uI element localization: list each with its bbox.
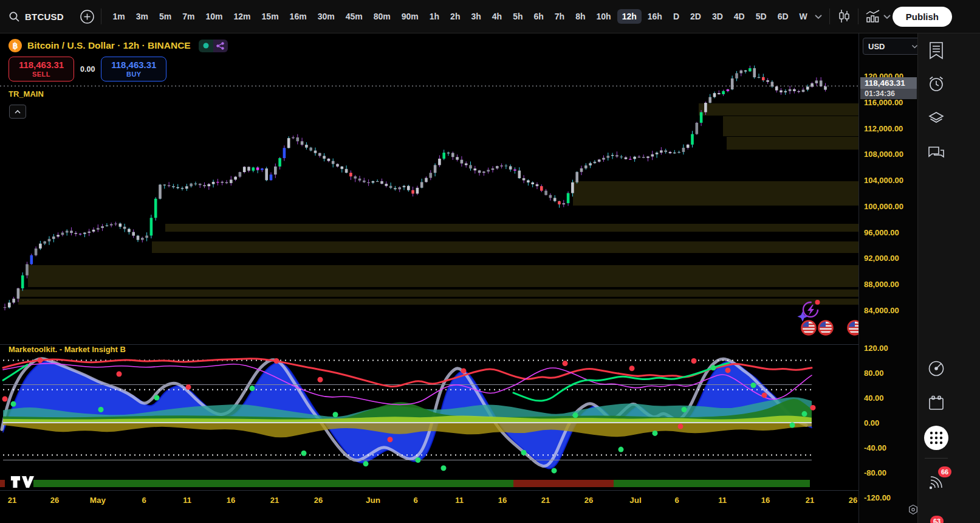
secondary-count-badge[interactable]: 63	[930, 516, 944, 523]
sell-signal-dot	[388, 437, 393, 442]
timeframe-16m[interactable]: 16m	[285, 9, 312, 24]
timeframe-45m[interactable]: 45m	[341, 9, 368, 24]
buy-signal-dot	[250, 386, 255, 391]
watchlist-icon[interactable]	[928, 41, 945, 62]
supply-demand-zone	[727, 137, 858, 150]
price-label: 108,000.00	[864, 150, 903, 159]
symbol-name: BTCUSD	[25, 12, 64, 22]
buy-button[interactable]: 118,463.31 BUY	[101, 57, 166, 81]
buy-label: BUY	[101, 71, 166, 78]
alert-clock-icon[interactable]	[927, 75, 945, 95]
flag-event-icon[interactable]	[848, 321, 858, 335]
flag-event-icon[interactable]	[818, 321, 833, 335]
time-label: May	[90, 496, 106, 505]
layout-chevron-down-icon[interactable]	[882, 14, 893, 19]
share-icon[interactable]	[213, 40, 228, 52]
timeframe-7h[interactable]: 7h	[550, 9, 569, 24]
oscillator-title[interactable]: Marketoolkit. - Market Insight B	[9, 345, 126, 354]
time-label: 21	[270, 496, 279, 505]
timeframe-5D[interactable]: 5D	[751, 9, 772, 24]
supply-demand-zone	[18, 299, 858, 305]
main-indicator-label[interactable]: TR_MAIN	[9, 89, 44, 99]
trade-buttons-row: 118,463.31 SELL 0.00 118,463.31 BUY	[9, 57, 166, 81]
timeframe-W[interactable]: W	[795, 9, 812, 24]
timeframe-90m[interactable]: 90m	[397, 9, 423, 24]
timeframe-4h[interactable]: 4h	[487, 9, 507, 24]
sell-button[interactable]: 118,463.31 SELL	[9, 57, 74, 81]
timeframe-10h[interactable]: 10h	[592, 9, 616, 24]
buy-signal-dot	[573, 412, 578, 418]
supply-demand-zone	[18, 289, 858, 297]
collapse-pane-button[interactable]	[9, 105, 26, 119]
sell-signal-dot	[810, 405, 816, 410]
chat-icon[interactable]	[927, 144, 946, 164]
supply-demand-zone	[699, 103, 858, 116]
last-price-value: 118,463.31	[860, 77, 917, 89]
buy-signal-dot	[682, 407, 687, 412]
price-label: 88,000.00	[864, 280, 899, 289]
toolbar-divider	[101, 9, 101, 24]
timeframe-12m[interactable]: 12m	[229, 9, 256, 24]
buy-signal-dot	[653, 431, 658, 436]
price-axis[interactable]: USD 120,000.00116,000.00112,000.00108,00…	[858, 33, 919, 523]
currency-dropdown[interactable]: USD	[863, 38, 923, 55]
timeframe-12h[interactable]: 12h	[617, 9, 642, 24]
publish-button[interactable]: Publish	[893, 7, 952, 27]
supply-demand-zone	[152, 241, 858, 253]
apps-grid-menu-icon[interactable]	[923, 425, 949, 453]
timeframe-2D[interactable]: 2D	[685, 9, 706, 24]
symbol-search-button[interactable]: BTCUSD	[9, 11, 64, 23]
time-label: 6	[413, 496, 417, 505]
time-label: 26	[849, 496, 857, 505]
calendar-icon[interactable]	[927, 395, 945, 414]
timeframe-80m[interactable]: 80m	[369, 9, 396, 24]
oscillator-scale-label: 0.00	[864, 418, 879, 428]
price-label: 96,000.00	[864, 227, 899, 237]
timeframe-2h[interactable]: 2h	[445, 9, 465, 24]
timeframe-10m[interactable]: 10m	[201, 9, 228, 24]
timeframe-3D[interactable]: 3D	[707, 9, 728, 24]
candle-style-icon[interactable]	[836, 9, 852, 24]
supply-demand-zone	[723, 116, 858, 136]
timeframe-6h[interactable]: 6h	[529, 9, 548, 24]
price-label: 100,000.00	[864, 201, 903, 210]
status-dot-toggle[interactable]	[199, 40, 213, 52]
timeframe-chevron-down-icon[interactable]	[813, 14, 824, 19]
time-label: 21	[806, 496, 814, 505]
timeframe-7m[interactable]: 7m	[177, 9, 199, 24]
timeframe-1h[interactable]: 1h	[425, 9, 444, 24]
notification-count-badge[interactable]: 66	[938, 466, 951, 477]
timeframe-6D[interactable]: 6D	[773, 9, 793, 24]
timeframe-3m[interactable]: 3m	[131, 9, 153, 24]
timeframe-4D[interactable]: 4D	[729, 9, 750, 24]
timeframe-5m[interactable]: 5m	[154, 9, 176, 24]
buy-signal-dot	[802, 411, 807, 417]
compare-add-icon[interactable]	[80, 9, 95, 24]
buy-signal-dot	[11, 401, 16, 407]
time-label: 11	[183, 496, 191, 505]
hotlist-radar-icon[interactable]	[927, 359, 946, 381]
timeframe-16h[interactable]: 16h	[643, 9, 667, 24]
timeframe-1m[interactable]: 1m	[108, 9, 130, 24]
sell-signal-dot	[461, 368, 467, 373]
timeframe-D[interactable]: D	[668, 9, 684, 24]
time-axis[interactable]: 2126May611162126Jun611162126Jul611162126	[0, 490, 858, 523]
flag-event-icon[interactable]	[801, 321, 816, 335]
time-label: 26	[314, 496, 323, 505]
buy-signal-dot	[751, 383, 756, 388]
buy-signal-dot	[154, 395, 160, 401]
indicators-chart-icon[interactable]	[865, 9, 882, 24]
timeframe-8h[interactable]: 8h	[571, 9, 590, 24]
trend-strip-segment	[513, 480, 614, 487]
sell-signal-dot	[38, 358, 43, 363]
object-tree-layers-icon[interactable]	[927, 110, 946, 130]
oscillator-scale-label: -80.00	[864, 468, 886, 477]
time-label: 11	[455, 496, 464, 505]
buy-signal-dot	[711, 365, 716, 370]
timeframe-15m[interactable]: 15m	[257, 9, 284, 24]
symbol-title[interactable]: Bitcoin / U.S. Dollar · 12h · BINANCE	[27, 40, 191, 51]
timeframe-30m[interactable]: 30m	[313, 9, 340, 24]
timeframe-3h[interactable]: 3h	[466, 9, 485, 24]
timeframe-5h[interactable]: 5h	[508, 9, 527, 24]
time-label: 21	[8, 496, 16, 505]
